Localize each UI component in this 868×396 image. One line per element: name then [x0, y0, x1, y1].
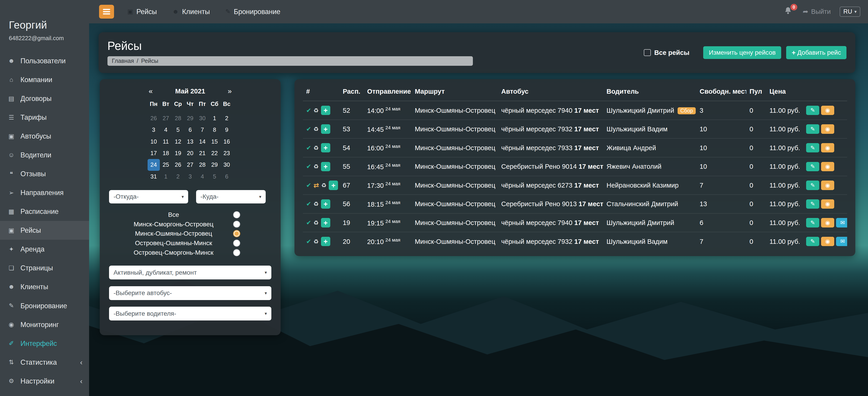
- calendar-day[interactable]: 31: [148, 171, 160, 182]
- calendar-day[interactable]: 7: [196, 124, 209, 135]
- radio-unchecked-icon[interactable]: [233, 240, 240, 247]
- logout-button[interactable]: ➦ Выйти: [803, 8, 831, 16]
- language-selector[interactable]: RU ▾: [840, 7, 861, 17]
- nav-item-booking[interactable]: ✎Бронирование: [225, 8, 280, 16]
- add-trip-button[interactable]: +: [321, 200, 331, 209]
- all-flights-checkbox[interactable]: [644, 49, 651, 56]
- sidebar-item-contracts[interactable]: ▤Договоры: [0, 89, 89, 108]
- calendar-day[interactable]: 2: [172, 171, 184, 182]
- sidebar-item-settings[interactable]: ⚙Настройки‹: [0, 372, 89, 391]
- route-radio-option[interactable]: Минск-Ошмяны-Островец: [117, 230, 271, 237]
- driver-select[interactable]: -Выберите водителя- ▾: [109, 307, 271, 321]
- sidebar-item-users[interactable]: ☻Пользователи: [0, 52, 89, 70]
- calendar-day[interactable]: 21: [196, 147, 209, 159]
- calendar-day[interactable]: 30: [196, 113, 209, 124]
- calendar-day[interactable]: 10: [148, 136, 160, 147]
- status-select[interactable]: Активный, дубликат, ремонт ▾: [109, 266, 271, 279]
- calendar-day[interactable]: 13: [184, 136, 196, 147]
- calendar-day[interactable]: 16: [221, 136, 233, 147]
- mail-button[interactable]: ✉: [836, 237, 847, 246]
- radio-unchecked-icon[interactable]: [233, 211, 240, 218]
- edit-button[interactable]: ✎: [806, 124, 819, 134]
- edit-button[interactable]: ✎: [806, 106, 819, 115]
- add-trip-button[interactable]: +: [321, 162, 331, 172]
- calendar-day[interactable]: 25: [160, 159, 172, 171]
- route-radio-option[interactable]: Все: [117, 211, 271, 218]
- calendar-day[interactable]: 1: [160, 171, 172, 182]
- sidebar-item-schedule[interactable]: ▦Расписание: [0, 202, 89, 221]
- add-trip-button[interactable]: +: [321, 143, 331, 153]
- calendar-day[interactable]: 26: [172, 159, 184, 171]
- sidebar-item-rent[interactable]: ✦Аренда: [0, 240, 89, 258]
- add-flight-button[interactable]: + Добавить рейс: [786, 46, 846, 59]
- bus-select[interactable]: -Выберите автобус- ▾: [109, 286, 271, 300]
- add-trip-button[interactable]: +: [321, 218, 331, 227]
- to-select[interactable]: -Куда- ▾: [196, 190, 266, 204]
- mail-button[interactable]: ✉: [836, 218, 847, 227]
- calendar-day[interactable]: 5: [172, 124, 184, 135]
- edit-button[interactable]: ✎: [806, 218, 819, 227]
- edit-button[interactable]: ✎: [806, 143, 819, 153]
- calendar-day[interactable]: 30: [221, 159, 233, 171]
- calendar-day[interactable]: 26: [148, 113, 160, 124]
- menu-toggle-button[interactable]: [99, 5, 114, 19]
- calendar-day[interactable]: 12: [172, 136, 184, 147]
- calendar-day[interactable]: 4: [196, 171, 209, 182]
- calendar-day[interactable]: 8: [208, 124, 221, 135]
- add-trip-button[interactable]: +: [321, 237, 331, 246]
- edit-button[interactable]: ✎: [806, 181, 819, 190]
- nav-item-clients[interactable]: ☻Клиенты: [172, 8, 210, 16]
- edit-button[interactable]: ✎: [806, 200, 819, 209]
- calendar-day[interactable]: 14: [196, 136, 209, 147]
- view-button[interactable]: ◉: [821, 200, 834, 209]
- calendar-day[interactable]: 27: [160, 113, 172, 124]
- calendar-day[interactable]: 20: [184, 147, 196, 159]
- calendar-day[interactable]: 6: [221, 171, 233, 182]
- calendar-day[interactable]: 11: [160, 136, 172, 147]
- calendar-day[interactable]: 23: [221, 147, 233, 159]
- calendar-day[interactable]: 3: [184, 171, 196, 182]
- calendar-day[interactable]: 27: [184, 159, 196, 171]
- sidebar-item-booking[interactable]: ✎Бронирование: [0, 296, 89, 315]
- sidebar-item-tariffs[interactable]: ☰Тарифы: [0, 108, 89, 127]
- nav-item-flights[interactable]: ▣Рейсы: [127, 8, 157, 16]
- calendar-day[interactable]: 4: [160, 124, 172, 135]
- sidebar-item-buses[interactable]: ▣Автобусы: [0, 127, 89, 146]
- add-trip-button[interactable]: +: [329, 181, 338, 190]
- view-button[interactable]: ◉: [821, 162, 834, 172]
- edit-button[interactable]: ✎: [806, 162, 819, 172]
- calendar-day[interactable]: 29: [208, 159, 221, 171]
- notifications-button[interactable]: 0: [784, 7, 794, 17]
- view-button[interactable]: ◉: [821, 124, 834, 134]
- sidebar-item-pages[interactable]: ❏Страницы: [0, 258, 89, 277]
- sidebar-item-statistics[interactable]: ⇅Статистика‹: [0, 353, 89, 372]
- breadcrumb-home-link[interactable]: Главная: [112, 58, 134, 64]
- calendar-day[interactable]: 3: [148, 124, 160, 135]
- radio-checked-icon[interactable]: [233, 230, 240, 237]
- add-trip-button[interactable]: +: [321, 106, 331, 115]
- calendar-day[interactable]: 29: [184, 113, 196, 124]
- edit-button[interactable]: ✎: [806, 237, 819, 246]
- sidebar-item-companies[interactable]: ⌂Компании: [0, 70, 89, 89]
- radio-unchecked-icon[interactable]: [233, 249, 240, 256]
- sidebar-item-reviews[interactable]: ❝Отзывы: [0, 164, 89, 183]
- sidebar-item-interface[interactable]: ✐Интерфейс: [0, 334, 89, 353]
- sidebar-item-monitoring[interactable]: ◉Мониторинг: [0, 315, 89, 334]
- calendar-prev-button[interactable]: «: [148, 87, 154, 95]
- route-radio-option[interactable]: Островец-Ошмяны-Минск: [117, 240, 271, 247]
- view-button[interactable]: ◉: [821, 143, 834, 153]
- calendar-day[interactable]: 5: [208, 171, 221, 182]
- view-button[interactable]: ◉: [821, 237, 834, 246]
- sidebar-item-directions[interactable]: ➢Направления: [0, 183, 89, 202]
- calendar-next-button[interactable]: »: [227, 87, 233, 95]
- calendar-day[interactable]: 2: [221, 113, 233, 124]
- sidebar-item-drivers[interactable]: ☺Водители: [0, 146, 89, 164]
- calendar-day[interactable]: 18: [160, 147, 172, 159]
- from-select[interactable]: -Откуда- ▾: [109, 190, 188, 204]
- route-radio-option[interactable]: Островец-Сморгонь-Минск: [117, 249, 271, 256]
- add-trip-button[interactable]: +: [321, 124, 331, 134]
- sidebar-item-flights[interactable]: ▣Рейсы: [0, 221, 89, 240]
- calendar-day[interactable]: 22: [208, 147, 221, 159]
- view-button[interactable]: ◉: [821, 218, 834, 227]
- view-button[interactable]: ◉: [821, 181, 834, 190]
